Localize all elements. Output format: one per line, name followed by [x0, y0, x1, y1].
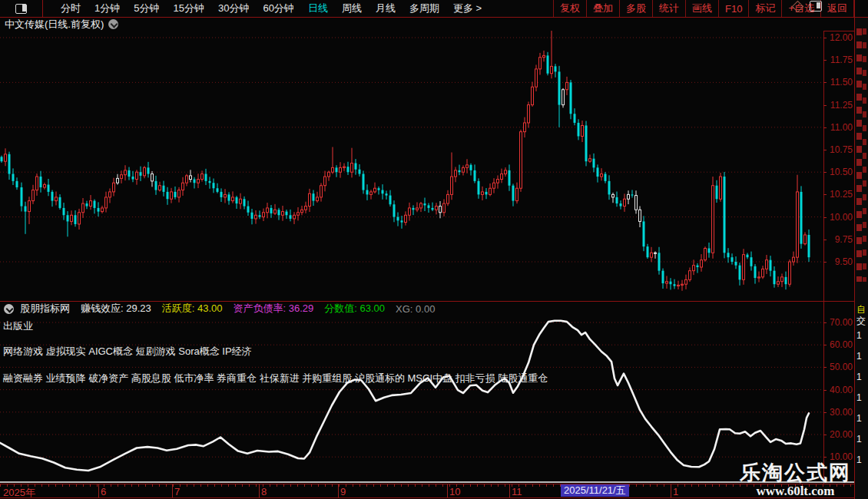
sector-line-industry: 出版业 [3, 319, 33, 333]
indicator-header: 股朋指标网赚钱效应: 29.23活跃度: 43.00资产负债率: 36.29分数… [0, 302, 446, 315]
sidebar-clipped-row: 1 [856, 330, 868, 341]
month-label-6: 6 [101, 486, 106, 497]
sidebar-clipped-row: 1 [856, 434, 868, 444]
diamond-marker-icon[interactable] [792, 0, 804, 12]
indicator-tick-label: 30.00 [827, 408, 853, 417]
indicator-tick-label: 40.00 [827, 385, 853, 395]
sidebar-clipped-row: 1 [856, 372, 868, 382]
scrollbar-thumb[interactable] [0, 481, 854, 483]
toolbar-button-统计[interactable]: 统计 [652, 0, 685, 17]
period-tab-多周期[interactable]: 多周期 [403, 2, 446, 15]
sub-indicator-chart[interactable] [0, 302, 823, 484]
chevron-down-icon[interactable] [108, 19, 118, 29]
layout-toggle-button[interactable] [0, 0, 43, 17]
period-tab-日线[interactable]: 日线 [301, 2, 335, 15]
selected-date-badge: 2025/11/21/五 [561, 484, 629, 497]
indicator-source: 股朋指标网 [20, 302, 70, 316]
indicator-tick-label: 10.00 [827, 452, 853, 461]
month-label-1: 1 [673, 486, 678, 497]
price-tick-label: 9.75 [827, 235, 853, 244]
price-tick-label: 10.75 [827, 145, 853, 154]
period-tab-60分钟[interactable]: 60分钟 [256, 2, 300, 15]
indicator-tick-label: 70.00 [827, 318, 853, 327]
sidebar-clipped-row: 1 [856, 392, 868, 403]
toolbar-button-复权[interactable]: 复权 [553, 0, 586, 17]
price-tick-label: 12.00 [827, 33, 853, 42]
price-tick-label: 10.00 [827, 213, 853, 222]
price-tick-label: 11.25 [827, 101, 853, 110]
period-tab-30分钟[interactable]: 30分钟 [211, 2, 256, 15]
period-tab-15分钟[interactable]: 15分钟 [166, 2, 210, 15]
indicator-field-资产负债率: 资产负债率: 36.29 [234, 302, 314, 316]
indicator-field-分数值: 分数值: 63.00 [324, 302, 385, 316]
indicator-field-XG: XG: 0.00 [396, 303, 435, 315]
toolbar-button-返回[interactable]: 返回 [820, 0, 854, 17]
month-label-11: 11 [512, 486, 522, 497]
toolbar-button-画线[interactable]: 画线 [685, 0, 718, 17]
toolbar-button-标记[interactable]: 标记 [748, 0, 781, 17]
sidebar-clipped-row: 1 [856, 351, 868, 362]
collapse-indicator-icon[interactable] [4, 304, 14, 314]
sidebar-clipped-row: 1 [856, 454, 868, 465]
period-tab-周线[interactable]: 周线 [335, 2, 369, 15]
period-tab-月线[interactable]: 月线 [369, 2, 403, 15]
toolbar-button-多股[interactable]: 多股 [619, 0, 652, 17]
split-window-icon [15, 4, 27, 14]
indicator-tick-label: 20.00 [827, 430, 853, 439]
right-sidebar-strip[interactable]: 自交1111111 [855, 18, 868, 499]
price-tick-label: 10.50 [827, 167, 853, 177]
period-tab-分时[interactable]: 分时 [54, 2, 88, 15]
watermark-url: www.60lt.com [740, 484, 851, 498]
month-label-9: 9 [340, 486, 346, 497]
stock-title[interactable]: 中文传媒(日线.前复权) [5, 18, 104, 31]
sector-line-concepts: 网络游戏 虚拟现实 AIGC概念 短剧游戏 Sora概念 IP经济 [3, 345, 252, 359]
panel-layout-icon[interactable] [810, 1, 822, 12]
price-tick-label: 11.75 [827, 55, 853, 64]
period-toolbar: 分时1分钟5分钟15分钟30分钟60分钟日线周线月线多周期更多 > 复权叠加多股… [0, 0, 868, 18]
indicator-field-赚钱效应: 赚钱效应: 29.23 [81, 302, 151, 316]
main-candlestick-chart[interactable] [0, 31, 823, 301]
month-label-7: 7 [174, 486, 180, 497]
chart-title-row: 中文传媒(日线.前复权) [0, 18, 854, 31]
period-tab-5分钟[interactable]: 5分钟 [127, 2, 166, 15]
indicator-tick-label: 50.00 [827, 362, 853, 372]
tdx-app-window: 分时1分钟5分钟15分钟30分钟60分钟日线周线月线多周期更多 > 复权叠加多股… [0, 0, 868, 499]
price-tick-label: 11.00 [827, 123, 853, 132]
site-watermark: 乐淘公式网 www.60lt.com [740, 462, 851, 498]
price-axis-line [823, 31, 824, 484]
sector-line-tags: 融资融券 业绩预降 破净资产 高股息股 低市净率 券商重仓 社保新进 并购重组股… [3, 372, 548, 385]
watermark-title: 乐淘公式网 [740, 462, 851, 484]
period-tab-1分钟[interactable]: 1分钟 [88, 2, 127, 15]
price-tick-label: 10.25 [827, 190, 853, 199]
price-tick-label: 9.50 [827, 257, 853, 266]
bottom-frame-line [0, 497, 868, 498]
date-axis[interactable]: 2025年 2025/11/21/五 678910111 [0, 484, 854, 497]
year-label: 2025年 [3, 486, 35, 499]
period-tabs: 分时1分钟5分钟15分钟30分钟60分钟日线周线月线多周期更多 > [54, 2, 489, 15]
sidebar-clipped-row: 1 [856, 413, 868, 424]
month-label-10: 10 [449, 486, 460, 497]
sidebar-clipped-item[interactable]: 交 [856, 315, 868, 328]
indicator-field-活跃度: 活跃度: 43.00 [162, 302, 223, 316]
indicator-tick-label: 60.00 [827, 340, 853, 349]
toolbar-button-F10[interactable]: F10 [718, 0, 748, 17]
price-tick-label: 11.50 [827, 78, 853, 87]
period-tab-更多 >[interactable]: 更多 > [446, 2, 489, 15]
month-label-8: 8 [261, 486, 267, 497]
toolbar-button-叠加[interactable]: 叠加 [586, 0, 619, 17]
